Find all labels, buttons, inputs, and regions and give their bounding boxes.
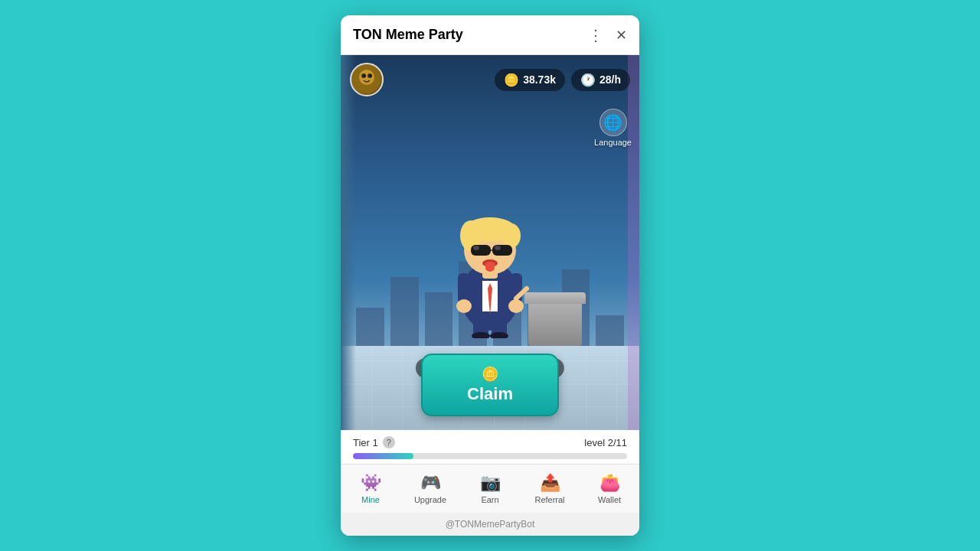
claim-coin-icon: 🪙 — [482, 366, 498, 383]
progress-bar-background — [353, 453, 627, 459]
language-label: Language — [594, 138, 632, 147]
telegram-window: TON Meme Party ⋮ ✕ — [341, 15, 639, 536]
svg-point-26 — [495, 246, 501, 250]
svg-point-21 — [502, 223, 521, 248]
pillar — [390, 277, 419, 354]
progress-bar-fill — [353, 453, 413, 459]
tier-header: Tier 1 ? level 2/11 — [353, 436, 627, 448]
referral-label: Referral — [534, 495, 564, 504]
svg-point-4 — [364, 75, 366, 77]
upgrade-label: Upgrade — [414, 495, 446, 504]
claim-button-container: 🪙 Claim — [421, 354, 559, 416]
avatar[interactable] — [350, 63, 384, 96]
language-button[interactable]: 🌐 Language — [594, 109, 632, 147]
mine-icon: 👾 — [361, 473, 381, 493]
rate-value: 28/h — [599, 73, 621, 86]
coins-icon: 🪙 — [504, 73, 519, 87]
bottom-nav: 👾 Mine 🎮 Upgrade 📷 Earn 📤 Referral 👛 Wal… — [341, 464, 639, 513]
stats-row: 🪙 38.73k 🕐 28/h — [495, 69, 630, 91]
tier-section: Tier 1 ? level 2/11 — [341, 430, 639, 464]
nav-item-upgrade[interactable]: 🎮 Upgrade — [400, 465, 460, 513]
coins-value: 38.73k — [523, 73, 556, 86]
wallet-label: Wallet — [598, 495, 621, 504]
svg-point-5 — [370, 75, 372, 77]
title-bar-left: TON Meme Party — [353, 27, 463, 43]
tier-label: Tier 1 — [353, 437, 378, 448]
rate-badge: 🕐 28/h — [571, 69, 630, 91]
tier-left: Tier 1 ? — [353, 436, 395, 448]
nav-item-referral[interactable]: 📤 Referral — [520, 465, 580, 513]
mine-label: Mine — [361, 495, 380, 504]
upgrade-icon: 🎮 — [420, 473, 441, 493]
character-container[interactable] — [429, 185, 551, 338]
title-bar: TON Meme Party ⋮ ✕ — [341, 15, 639, 55]
game-area: 🪙 38.73k 🕐 28/h 🌐 Language — [341, 55, 639, 430]
close-icon[interactable]: ✕ — [616, 27, 627, 44]
svg-point-25 — [473, 246, 479, 250]
claim-label: Claim — [467, 384, 513, 404]
character-sprite — [429, 185, 551, 338]
earn-icon: 📷 — [480, 473, 501, 493]
earn-label: Earn — [481, 495, 498, 504]
svg-point-29 — [485, 264, 495, 272]
telegram-footer: @TONMemePartyBot — [341, 513, 639, 536]
nav-item-mine[interactable]: 👾 Mine — [341, 465, 400, 513]
svg-point-1 — [359, 70, 374, 85]
referral-icon: 📤 — [540, 473, 560, 493]
language-globe-icon: 🌐 — [599, 109, 627, 136]
title-bar-icons: ⋮ ✕ — [588, 26, 627, 44]
tier-help-icon[interactable]: ? — [383, 436, 395, 448]
svg-rect-23 — [492, 245, 512, 256]
svg-point-16 — [508, 299, 524, 313]
left-panel-edge — [341, 55, 356, 430]
coins-badge: 🪙 38.73k — [495, 69, 565, 91]
app-title: TON Meme Party — [353, 27, 463, 43]
svg-point-15 — [456, 299, 472, 313]
tier-level: level 2/11 — [584, 437, 627, 448]
clock-icon: 🕐 — [580, 73, 596, 87]
more-options-icon[interactable]: ⋮ — [588, 26, 603, 44]
svg-rect-22 — [471, 245, 491, 256]
nav-item-earn[interactable]: 📷 Earn — [460, 465, 520, 513]
nav-item-wallet[interactable]: 👛 Wallet — [580, 465, 639, 513]
top-stats: 🪙 38.73k 🕐 28/h — [341, 63, 639, 96]
claim-button[interactable]: 🪙 Claim — [421, 354, 559, 416]
wallet-icon: 👛 — [599, 473, 620, 493]
avatar-image — [351, 64, 382, 95]
footer-text: @TONMemePartyBot — [446, 519, 535, 530]
